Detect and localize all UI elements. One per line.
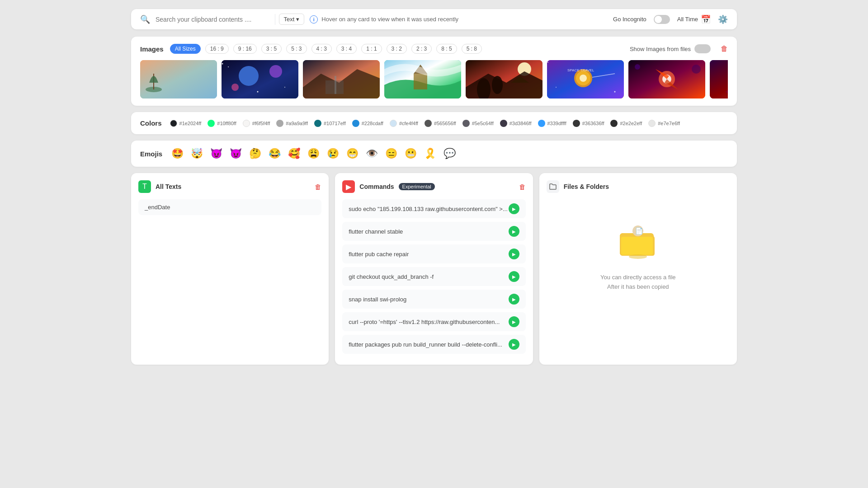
color-item-7[interactable]: #cfe4f4ff xyxy=(390,120,418,127)
color-dot-6 xyxy=(352,120,359,127)
image-thumb-6[interactable]: SPACE TRAVEL xyxy=(547,60,624,99)
texts-panel-header: T All Texts 🗑 xyxy=(138,180,321,193)
filter-3-2[interactable]: 3 : 2 xyxy=(387,44,407,54)
command-item-1[interactable]: sudo echo "185.199.108.133 raw.githubuse… xyxy=(342,199,525,218)
filter-5-8[interactable]: 5 : 8 xyxy=(462,44,482,54)
image-thumb-4[interactable] xyxy=(384,60,461,99)
files-panel: Files & Folders 📄 You can directly acces… xyxy=(539,173,737,365)
emoji-12[interactable]: 😑 xyxy=(385,148,397,160)
color-item-4[interactable]: #a9a9a9ff xyxy=(276,120,308,127)
emoji-3[interactable]: 😈 xyxy=(210,148,222,160)
image-thumb-5[interactable] xyxy=(466,60,542,99)
gear-icon[interactable]: ⚙️ xyxy=(718,14,728,24)
run-btn-4[interactable]: ▶ xyxy=(509,271,519,282)
color-item-14[interactable]: #e7e7e6ff xyxy=(648,120,680,127)
image-thumb-2[interactable] xyxy=(222,60,298,99)
command-item-3[interactable]: flutter pub cache repair ▶ xyxy=(342,244,525,263)
images-delete-icon[interactable]: 🗑 xyxy=(721,45,728,53)
color-label-9: #5e5c64ff xyxy=(472,121,494,126)
text-item-1[interactable]: _endDate xyxy=(138,199,321,215)
filter-16-9[interactable]: 16 : 9 xyxy=(205,44,229,54)
commands-panel: ▶ Commands Experimental 🗑 sudo echo "185… xyxy=(335,173,533,365)
filter-1-1[interactable]: 1 : 1 xyxy=(361,44,382,54)
color-item-3[interactable]: #f6f5f4ff xyxy=(243,120,270,127)
color-item-10[interactable]: #3d3846ff xyxy=(500,120,532,127)
run-btn-7[interactable]: ▶ xyxy=(509,339,519,350)
color-dot-11 xyxy=(538,120,545,127)
command-item-6[interactable]: curl --proto '=https' --tlsv1.2 https://… xyxy=(342,312,525,331)
emoji-11[interactable]: 👁️ xyxy=(366,148,378,160)
emoji-8[interactable]: 😩 xyxy=(307,148,320,160)
commands-delete-icon[interactable]: 🗑 xyxy=(519,183,526,191)
color-item-6[interactable]: #228cdaff xyxy=(352,120,383,127)
files-empty-line1: You can directly access a file xyxy=(600,273,675,282)
emoji-15[interactable]: 💬 xyxy=(443,148,456,160)
svg-text:SPACE TRAVEL: SPACE TRAVEL xyxy=(567,68,594,72)
filter-3-4[interactable]: 3 : 4 xyxy=(336,44,357,54)
filter-9-16[interactable]: 9 : 16 xyxy=(233,44,257,54)
filter-3-5[interactable]: 3 : 5 xyxy=(261,44,282,54)
command-item-2[interactable]: flutter channel stable ▶ xyxy=(342,222,525,241)
color-item-13[interactable]: #2e2e2eff xyxy=(610,120,642,127)
info-icon: i xyxy=(310,15,318,23)
filter-5-3[interactable]: 5 : 3 xyxy=(286,44,307,54)
command-text-5: snap install swi-prolog xyxy=(349,296,508,303)
color-item-11[interactable]: #339dffff xyxy=(538,120,566,127)
texts-delete-icon[interactable]: 🗑 xyxy=(315,183,321,191)
svg-rect-3 xyxy=(222,60,298,99)
image-thumb-3[interactable] xyxy=(303,60,380,99)
emoji-2[interactable]: 🤯 xyxy=(191,148,203,160)
files-panel-icon xyxy=(547,180,559,193)
show-images-toggle[interactable] xyxy=(694,44,711,53)
calendar-icon[interactable]: 📅 xyxy=(701,14,711,24)
command-text-2: flutter channel stable xyxy=(349,228,508,235)
emoji-5[interactable]: 🤔 xyxy=(249,148,261,160)
colors-section: Colors #1e2024ff #10ff80ff #f6f5f4ff #a9… xyxy=(131,112,737,134)
emoji-4[interactable]: 😈 xyxy=(230,148,242,160)
colors-section-title: Colors xyxy=(140,119,162,127)
filter-8-5[interactable]: 8 : 5 xyxy=(436,44,457,54)
text-type-dropdown[interactable]: Text ▾ xyxy=(279,14,305,25)
commands-panel-icon: ▶ xyxy=(342,180,355,193)
svg-point-27 xyxy=(547,62,548,63)
run-btn-1[interactable]: ▶ xyxy=(509,203,519,214)
image-thumb-8[interactable] xyxy=(710,60,728,99)
emoji-10[interactable]: 😁 xyxy=(346,148,359,160)
command-text-6: curl --proto '=https' --tlsv1.2 https://… xyxy=(349,319,508,325)
command-text-4: git checkout quck_add_branch -f xyxy=(349,273,508,280)
command-text-1: sudo echo "185.199.108.133 raw.githubuse… xyxy=(349,206,508,212)
filter-4-3[interactable]: 4 : 3 xyxy=(311,44,332,54)
run-btn-6[interactable]: ▶ xyxy=(509,316,519,327)
color-item-2[interactable]: #10ff80ff xyxy=(208,120,236,127)
experimental-badge: Experimental xyxy=(399,183,435,190)
emoji-7[interactable]: 🥰 xyxy=(288,148,300,160)
image-thumb-7[interactable] xyxy=(628,60,705,99)
image-thumb-1[interactable] xyxy=(140,60,217,99)
filter-2-3[interactable]: 2 : 3 xyxy=(411,44,432,54)
search-input[interactable] xyxy=(156,16,271,23)
color-item-5[interactable]: #10717eff xyxy=(314,120,346,127)
color-label-3: #f6f5f4ff xyxy=(252,121,270,126)
emoji-14[interactable]: 🎗️ xyxy=(424,148,436,160)
emoji-13[interactable]: 😬 xyxy=(405,148,417,160)
command-item-5[interactable]: snap install swi-prolog ▶ xyxy=(342,290,525,309)
command-item-7[interactable]: flutter packages pub run build_runner bu… xyxy=(342,335,525,354)
emoji-6[interactable]: 😂 xyxy=(269,148,281,160)
color-dot-1 xyxy=(170,120,177,127)
toggle-switch[interactable] xyxy=(654,15,670,24)
filter-all-sizes[interactable]: All Sizes xyxy=(170,44,201,54)
color-dot-12 xyxy=(573,120,580,127)
emoji-1[interactable]: 🤩 xyxy=(171,148,184,160)
color-item-9[interactable]: #5e5c64ff xyxy=(462,120,494,127)
run-btn-3[interactable]: ▶ xyxy=(509,249,519,259)
run-btn-5[interactable]: ▶ xyxy=(509,294,519,305)
emoji-9[interactable]: 😢 xyxy=(327,148,339,160)
color-item-12[interactable]: #363636ff xyxy=(573,120,604,127)
run-btn-2[interactable]: ▶ xyxy=(509,226,519,237)
command-item-4[interactable]: git checkout quck_add_branch -f ▶ xyxy=(342,267,525,286)
incognito-toggle[interactable] xyxy=(654,15,670,24)
images-header: Images All Sizes 16 : 9 9 : 16 3 : 5 5 :… xyxy=(140,44,728,54)
color-item-8[interactable]: #565656ff xyxy=(425,120,456,127)
divider xyxy=(275,14,275,25)
color-item-1[interactable]: #1e2024ff xyxy=(170,120,202,127)
